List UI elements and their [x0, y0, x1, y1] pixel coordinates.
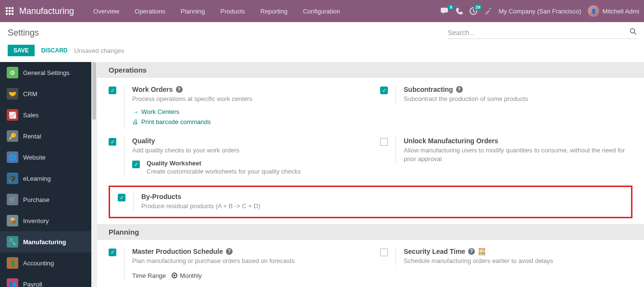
nav-reporting[interactable]: Reporting	[253, 1, 295, 22]
nav-products[interactable]: Products	[212, 1, 252, 22]
opt-desc-quality: Add quality checks to your work orders	[132, 146, 361, 155]
opt-title-subcontracting: Subcontracting	[404, 86, 453, 93]
opt-title-quality: Quality	[132, 137, 155, 145]
wrench-icon: 🔧	[7, 236, 18, 248]
svg-rect-7	[9, 13, 11, 15]
svg-rect-6	[6, 13, 8, 15]
chat-badge: 5	[447, 4, 454, 10]
sidebar-item-label: General Settings	[23, 69, 70, 76]
help-icon[interactable]: ?	[176, 86, 183, 93]
sidebar-item-label: Purchase	[23, 196, 50, 203]
unsaved-text: Unsaved changes	[74, 47, 124, 54]
globe-icon: 🌐	[7, 151, 18, 163]
apps-icon[interactable]	[0, 7, 19, 15]
sidebar-item-general-settings[interactable]: ⚙General Settings	[0, 62, 91, 83]
user-menu[interactable]: 👤 Mitchell Admi	[588, 5, 639, 17]
opt-title-work-orders: Work Orders	[132, 86, 173, 93]
activity-badge: 29	[473, 4, 482, 10]
checkbox-security-lead[interactable]	[380, 249, 388, 256]
checkbox-subcontracting[interactable]: ✓	[380, 87, 388, 94]
sidebar-scrollbar[interactable]	[91, 62, 97, 287]
company-selector[interactable]: My Company (San Francisco)	[498, 8, 581, 15]
chat-icon[interactable]: 5	[441, 7, 449, 15]
svg-rect-1	[9, 7, 11, 9]
link-print-barcode[interactable]: 🖨Print barcode commands	[132, 118, 361, 125]
nav-planning[interactable]: Planning	[173, 1, 213, 22]
help-icon[interactable]: ?	[456, 86, 463, 93]
opt-title-unlock: Unlock Manufacturing Orders	[404, 137, 498, 145]
sidebar-item-crm[interactable]: 🤝CRM	[0, 83, 91, 104]
svg-rect-4	[9, 10, 11, 12]
link-work-centers[interactable]: →Work Centers	[132, 108, 361, 115]
sidebar-item-label: eLearning	[23, 175, 51, 182]
checkbox-mps[interactable]: ✓	[109, 249, 116, 256]
section-planning: Planning	[97, 224, 644, 240]
sidebar-item-manufacturing[interactable]: 🔧Manufacturing	[0, 231, 91, 252]
subopt-desc-quality-worksheet: Create customizable worksheets for your …	[147, 168, 301, 175]
opt-desc-work-orders: Process operations at specific work cent…	[132, 95, 361, 103]
nav-overview[interactable]: Overview	[86, 1, 127, 22]
checkbox-byproducts[interactable]: ✓	[118, 194, 125, 201]
sidebar-item-inventory[interactable]: 📦Inventory	[0, 210, 91, 231]
search-input[interactable]	[447, 27, 636, 39]
opt-desc-unlock: Allow manufacturing users to modify quan…	[404, 146, 632, 163]
checkbox-quality[interactable]: ✓	[109, 138, 116, 146]
avatar: 👤	[588, 5, 599, 17]
chart-icon: 📈	[7, 109, 18, 121]
sidebar-item-website[interactable]: 🌐Website	[0, 147, 91, 168]
activity-icon[interactable]: 29	[470, 7, 477, 15]
nav-configuration[interactable]: Configuration	[295, 1, 347, 22]
time-range-label: Time Range	[132, 272, 166, 279]
print-icon: 🖨	[132, 118, 138, 125]
sidebar-item-label: Website	[23, 154, 46, 161]
checkbox-work-orders[interactable]: ✓	[109, 87, 116, 94]
sidebar-item-accounting[interactable]: 💲Accounting	[0, 252, 91, 274]
phone-icon[interactable]	[456, 8, 463, 14]
search-icon[interactable]	[630, 28, 636, 35]
checkbox-unlock[interactable]	[380, 138, 388, 146]
section-operations: Operations	[97, 62, 644, 78]
save-button[interactable]: SAVE	[8, 45, 35, 56]
opt-title-byproducts: By-Products	[141, 193, 181, 200]
sidebar-item-payroll[interactable]: 👥Payroll	[0, 274, 91, 287]
handshake-icon: 🤝	[7, 88, 18, 100]
checkbox-quality-worksheet[interactable]: ✓	[132, 161, 140, 168]
discard-button[interactable]: DISCARD	[41, 47, 68, 54]
calculator-icon[interactable]: 🧮	[478, 248, 486, 255]
graduation-icon: 🎓	[7, 173, 18, 184]
cart-icon: 🛒	[7, 194, 18, 205]
opt-desc-security: Schedule manufacturing orders earlier to…	[404, 257, 632, 265]
help-icon[interactable]: ?	[468, 248, 475, 255]
sidebar-item-rental[interactable]: 🔑Rental	[0, 125, 91, 147]
sidebar-item-elearning[interactable]: 🎓eLearning	[0, 168, 91, 189]
user-name: Mitchell Admi	[602, 8, 639, 15]
box-icon: 📦	[7, 215, 18, 226]
settings-sidebar: ⚙General Settings 🤝CRM 📈Sales 🔑Rental 🌐W…	[0, 62, 91, 287]
tools-icon[interactable]	[484, 7, 492, 15]
opt-title-security: Security Lead Time	[404, 248, 465, 255]
opt-desc-subcontracting: Subcontract the production of some produ…	[404, 95, 632, 103]
module-name[interactable]: Manufacturing	[19, 6, 86, 16]
sidebar-item-label: Rental	[23, 133, 41, 140]
key-icon: 🔑	[7, 130, 18, 142]
help-icon[interactable]: ?	[226, 248, 233, 255]
opt-desc-mps: Plan manufacturing or purchase orders ba…	[132, 257, 361, 265]
svg-rect-5	[12, 10, 13, 12]
sidebar-item-label: CRM	[23, 90, 37, 98]
radio-monthly[interactable]: Monthly	[172, 272, 202, 279]
sidebar-item-label: Accounting	[23, 260, 54, 267]
opt-title-mps: Master Production Schedule	[132, 248, 223, 255]
svg-rect-8	[12, 13, 13, 15]
svg-rect-2	[12, 7, 13, 9]
nav-operations[interactable]: Operations	[127, 1, 173, 22]
subopt-title-quality-worksheet: Quality Worksheet	[147, 160, 301, 167]
svg-line-11	[634, 33, 636, 35]
people-icon: 👥	[7, 278, 18, 287]
gear-icon: ⚙	[7, 67, 18, 78]
sidebar-item-purchase[interactable]: 🛒Purchase	[0, 189, 91, 210]
byproducts-highlight: ✓ By-Products Produce residual products …	[109, 186, 632, 218]
sidebar-item-label: Payroll	[23, 281, 42, 287]
sidebar-item-sales[interactable]: 📈Sales	[0, 104, 91, 125]
opt-desc-byproducts: Produce residual products (A + B -> C + …	[141, 202, 623, 211]
money-icon: 💲	[7, 257, 18, 269]
